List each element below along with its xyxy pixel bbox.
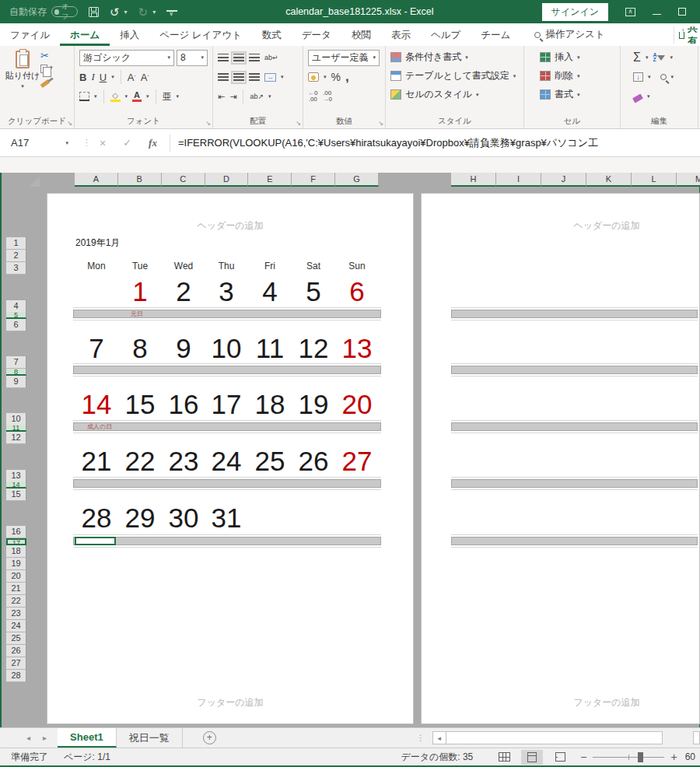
horizontal-scrollbar[interactable]: ◂ bbox=[432, 731, 663, 744]
insert-function-icon[interactable]: fx bbox=[149, 137, 157, 149]
ribbon-tab-数式[interactable]: 数式 bbox=[252, 24, 292, 46]
row-header-5[interactable]: 5 bbox=[6, 312, 26, 319]
date-cell-18[interactable]: 18 bbox=[248, 388, 292, 421]
styles-item[interactable]: テーブルとして書式設定▾ bbox=[390, 68, 520, 84]
date-cell-30[interactable]: 30 bbox=[162, 502, 205, 534]
date-cell-6[interactable]: 6 bbox=[335, 275, 379, 308]
date-cell-23[interactable]: 23 bbox=[162, 445, 205, 478]
page-break-view-button[interactable] bbox=[549, 750, 571, 765]
date-cell-21[interactable]: 21 bbox=[75, 445, 118, 478]
horizontal-scroll-track[interactable] bbox=[446, 731, 663, 744]
grow-font-button[interactable]: Aˆ bbox=[128, 72, 136, 83]
ribbon-display-options-icon[interactable]: ∧ bbox=[625, 8, 635, 16]
row-header-26[interactable]: 26 bbox=[6, 645, 26, 657]
wrap-text-icon[interactable]: ab↵ bbox=[264, 54, 278, 61]
fill-color-dropdown-icon[interactable]: ▾ bbox=[125, 93, 128, 100]
column-header-M[interactable]: M bbox=[677, 173, 700, 187]
accounting-dropdown-icon[interactable]: ▾ bbox=[324, 74, 327, 80]
customize-qat-icon[interactable] bbox=[166, 10, 177, 17]
date-cell-22[interactable]: 22 bbox=[118, 445, 162, 478]
month-label[interactable]: 2019年1月 bbox=[75, 236, 120, 250]
row-header-9[interactable]: 9 bbox=[6, 376, 26, 388]
formula-input[interactable]: =IFERROR(VLOOKUP(A16,'C:¥Users¥hiratsuka… bbox=[178, 136, 700, 150]
zoom-level[interactable]: 60 bbox=[685, 751, 695, 762]
merge-center-icon[interactable]: ↔ bbox=[264, 73, 276, 82]
row-header-2[interactable]: 2 bbox=[6, 250, 26, 262]
row-header-13[interactable]: 13 bbox=[6, 470, 26, 482]
clipboard-dialog-launcher-icon[interactable]: ↘ bbox=[67, 120, 72, 127]
column-header-D[interactable]: D bbox=[205, 173, 249, 187]
align-left-icon[interactable] bbox=[218, 73, 229, 82]
column-header-E[interactable]: E bbox=[248, 173, 292, 187]
date-cell-29[interactable]: 29 bbox=[118, 502, 162, 534]
date-cell-1[interactable]: 1 bbox=[118, 275, 162, 308]
zoom-slider[interactable] bbox=[593, 751, 664, 762]
date-cell-7[interactable]: 7 bbox=[75, 332, 118, 365]
row-header-11[interactable]: 11 bbox=[6, 425, 26, 432]
row-header-12[interactable]: 12 bbox=[6, 432, 26, 444]
font-size-combo[interactable]: 8▾ bbox=[177, 50, 208, 66]
sheet-nav-right-icon[interactable]: ▸ bbox=[43, 734, 47, 742]
fill-dropdown-icon[interactable]: ▾ bbox=[648, 74, 651, 80]
header-placeholder-page1[interactable]: ヘッダーの追加 bbox=[75, 219, 386, 233]
date-cell-15[interactable]: 15 bbox=[118, 388, 162, 421]
save-icon[interactable] bbox=[89, 7, 99, 17]
orientation-dropdown-icon[interactable]: ▾ bbox=[268, 93, 271, 100]
undo-dropdown-icon[interactable]: ▾ bbox=[124, 9, 128, 16]
align-middle-icon[interactable] bbox=[233, 54, 244, 62]
date-cell-11[interactable]: 11 bbox=[248, 332, 292, 365]
cancel-entry-icon[interactable]: × bbox=[100, 137, 106, 149]
cut-icon[interactable]: ✂ bbox=[40, 51, 53, 61]
percent-style-button[interactable]: % bbox=[331, 71, 341, 83]
autosave-toggle[interactable]: オフ bbox=[51, 6, 78, 17]
column-header-A[interactable]: A bbox=[75, 173, 118, 187]
column-header-B[interactable]: B bbox=[118, 173, 162, 187]
column-header-J[interactable]: J bbox=[541, 173, 586, 187]
comma-style-button[interactable]: , bbox=[345, 73, 349, 81]
row-header-20[interactable]: 20 bbox=[6, 570, 26, 583]
alignment-dialog-launcher-icon[interactable]: ↘ bbox=[296, 120, 301, 127]
name-box-dropdown-icon[interactable]: ▾ bbox=[65, 140, 68, 146]
align-center-icon[interactable] bbox=[233, 73, 244, 82]
row-header-22[interactable]: 22 bbox=[6, 595, 26, 608]
styles-item[interactable]: 条件付き書式▾ bbox=[390, 49, 520, 65]
date-cell-2[interactable]: 2 bbox=[162, 275, 205, 308]
orientation-icon[interactable]: ab↗ bbox=[250, 93, 264, 100]
zoom-out-button[interactable]: − bbox=[580, 751, 586, 763]
date-cell-14[interactable]: 14 bbox=[75, 388, 118, 421]
sort-filter-button[interactable]: AZ bbox=[653, 53, 665, 62]
name-box[interactable]: A17 ▾ bbox=[0, 137, 75, 149]
date-cell-12[interactable]: 12 bbox=[292, 332, 335, 365]
cells-item[interactable]: 削除▾ bbox=[540, 68, 617, 84]
page-layout-view-button[interactable] bbox=[521, 750, 543, 765]
number-format-combo[interactable]: ユーザー定義▾ bbox=[308, 50, 380, 66]
date-cell-20[interactable]: 20 bbox=[335, 388, 379, 421]
paste-button[interactable]: 貼り付け ▾ bbox=[5, 49, 40, 89]
format-painter-icon[interactable] bbox=[40, 79, 51, 88]
number-dialog-launcher-icon[interactable]: ↘ bbox=[378, 120, 383, 127]
font-color-button[interactable]: A bbox=[132, 91, 142, 102]
decrease-indent-icon[interactable]: ⇤ bbox=[218, 93, 225, 100]
sheet-tab-Sheet1[interactable]: Sheet1 bbox=[58, 728, 117, 748]
header-placeholder-page2[interactable]: ヘッダーの追加 bbox=[482, 219, 700, 233]
date-cell-3[interactable]: 3 bbox=[205, 275, 248, 308]
ribbon-tab-校閲[interactable]: 校閲 bbox=[341, 24, 381, 46]
ribbon-tab-ホーム[interactable]: ホーム bbox=[60, 24, 110, 46]
ribbon-tab-ヘルプ[interactable]: ヘルプ bbox=[421, 24, 471, 46]
row-header-1[interactable]: 1 bbox=[6, 237, 26, 250]
date-cell-8[interactable]: 8 bbox=[118, 332, 162, 365]
ribbon-tab-表示[interactable]: 表示 bbox=[381, 24, 421, 46]
row-header-16[interactable]: 16 bbox=[6, 526, 26, 538]
align-top-icon[interactable] bbox=[218, 54, 229, 62]
footer-placeholder-page2[interactable]: フッターの追加 bbox=[482, 696, 700, 709]
column-header-L[interactable]: L bbox=[632, 173, 677, 187]
ribbon-tab-挿入[interactable]: 挿入 bbox=[110, 24, 149, 46]
row-header-21[interactable]: 21 bbox=[6, 583, 26, 595]
row-header-10[interactable]: 10 bbox=[6, 413, 26, 426]
align-right-icon[interactable] bbox=[249, 73, 260, 82]
row-header-25[interactable]: 25 bbox=[6, 632, 26, 645]
merge-dropdown-icon[interactable]: ▾ bbox=[281, 74, 284, 80]
scroll-left-icon[interactable]: ◂ bbox=[432, 731, 446, 744]
column-header-G[interactable]: G bbox=[335, 173, 379, 187]
column-header-I[interactable]: I bbox=[496, 173, 541, 187]
